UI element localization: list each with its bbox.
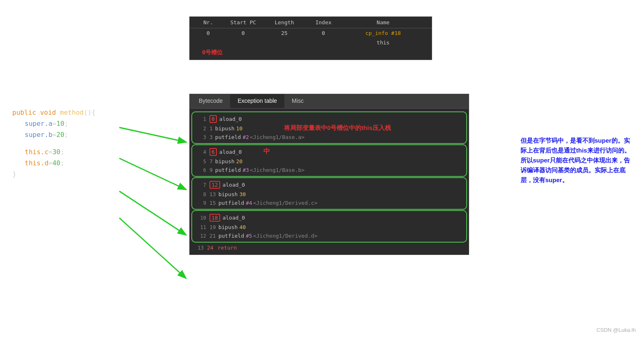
offset-24: 24 xyxy=(207,245,214,251)
col-length-header: Length xyxy=(264,19,305,25)
linenum-1: 1 xyxy=(196,116,206,122)
tab-misc[interactable]: Misc xyxy=(284,94,311,108)
offset-1: 1 xyxy=(209,125,213,132)
linenum-4: 4 xyxy=(196,149,206,155)
bc-line-3: 3 3 putfield #2 <Jicheng1/Base.a> xyxy=(192,133,466,141)
bc-line-9: 9 15 putfield #4 <Jicheng1/Derived.c> xyxy=(192,199,466,207)
method-name: method xyxy=(60,109,84,116)
this-c: this.c xyxy=(25,148,49,156)
tab-bytecode[interactable]: Bytecode xyxy=(191,94,230,108)
offset-0: 0 xyxy=(209,115,217,123)
col-nr-header: Nr. xyxy=(190,19,223,25)
red-box-0: 0 xyxy=(209,115,217,123)
arg-base-a: <Jicheng1/Base.a> xyxy=(250,134,305,140)
top-table-panel: Nr. Start PC Length Index Name 0 0 25 0 … xyxy=(189,16,432,60)
super-b: super.b xyxy=(25,131,52,139)
cp-info-link[interactable]: cp_info #18 xyxy=(365,30,401,36)
instr-bipush-3: bipush xyxy=(219,191,238,197)
red-box-12: 12 xyxy=(209,181,220,189)
bc-line-5: 5 7 bipush 20 xyxy=(192,157,466,166)
col-startpc-header: Start PC xyxy=(223,19,264,25)
bc-line-8: 8 13 bipush 30 xyxy=(192,190,466,199)
group-2: 4 6 aload_0 5 7 bipush 20 6 9 pu xyxy=(191,144,467,177)
group-4: 10 18 aload_0 11 19 bipush 40 12 21 xyxy=(191,210,467,243)
instr-aload0-4: aload_0 xyxy=(219,149,242,155)
instr-putfield-2: putfield xyxy=(215,167,241,173)
instr-aload0-10: aload_0 xyxy=(223,215,245,221)
arg-10: 10 xyxy=(236,125,243,132)
table-row: 0 0 25 0 cp_info #18 xyxy=(190,28,432,38)
arg-base-b: <Jicheng1/Base.b> xyxy=(250,167,305,173)
green-arrows-svg xyxy=(115,115,198,308)
offset-7: 7 xyxy=(209,158,213,164)
offset-3: 3 xyxy=(209,134,213,140)
code-line-1: public void method(){ xyxy=(12,107,95,118)
row-name: cp_info #18 xyxy=(342,30,424,36)
linenum-12: 12 xyxy=(196,233,206,239)
offset-6: 6 xyxy=(209,148,217,156)
arg-derived-d: <Jicheng1/Derived.d> xyxy=(253,233,318,239)
instr-aload0-7: aload_0 xyxy=(223,182,245,188)
linenum-7: 7 xyxy=(196,182,206,188)
bc-line-11: 11 19 bipush 40 xyxy=(192,223,466,232)
code-spacer xyxy=(12,141,95,146)
instr-putfield-3: putfield xyxy=(219,200,244,206)
row-startpc: 0 xyxy=(223,30,264,36)
group-3: 7 12 aload_0 8 13 bipush 30 9 15 xyxy=(191,177,467,210)
linenum-10: 10 xyxy=(196,215,206,221)
right-annotation: 但是在字节码中，是看不到super的。实际上在背后也是通过this来进行访问的。… xyxy=(521,136,636,185)
bc-line-7: 7 12 aload_0 xyxy=(192,180,466,190)
instr-bipush-1: bipush xyxy=(215,125,235,132)
linenum-5: 5 xyxy=(196,159,206,164)
red-box-6: 6 xyxy=(209,148,217,156)
watermark: CSDN @Luka.lh xyxy=(596,327,636,333)
super-a: super.a xyxy=(25,120,52,127)
arg-derived-c: <Jicheng1/Derived.c> xyxy=(253,200,318,206)
this-d: this.d xyxy=(25,159,49,167)
slot-label-text: 0号槽位 xyxy=(194,49,223,56)
arg-hash3: #3 xyxy=(242,167,249,173)
col-name-value: this xyxy=(342,39,424,46)
tab-bar: Bytecode Exception table Misc xyxy=(190,94,469,109)
code-line-2: super.a=10; xyxy=(25,118,95,129)
col-nr-empty xyxy=(190,39,223,46)
offset-9: 9 xyxy=(209,167,213,173)
code-line-5: this.d=40; xyxy=(25,157,95,169)
instr-bipush-4: bipush xyxy=(219,224,238,230)
arg-30: 30 xyxy=(239,191,246,197)
offset-18: 18 xyxy=(209,214,220,222)
instr-putfield-4: putfield xyxy=(219,233,244,239)
row-length: 25 xyxy=(264,30,305,36)
linenum-9: 9 xyxy=(196,200,206,206)
offset-19: 19 xyxy=(209,224,216,230)
offset-13: 13 xyxy=(209,191,216,197)
arg-20: 20 xyxy=(236,158,243,164)
keyword-public-void: public void xyxy=(12,109,60,116)
mid-annotation: 中 xyxy=(263,147,270,156)
linenum-6: 6 xyxy=(196,167,206,173)
left-code-panel: public void method(){ super.a=10; super.… xyxy=(12,107,95,180)
row-nr: 0 xyxy=(190,30,223,36)
bc-line-13: 13 24 return xyxy=(190,243,469,252)
svg-line-2 xyxy=(119,191,185,234)
linenum-2: 2 xyxy=(196,126,206,132)
linenum-3: 3 xyxy=(196,134,206,140)
linenum-13: 13 xyxy=(194,245,204,251)
arg-40: 40 xyxy=(239,224,246,230)
method-brace-open: (){ xyxy=(84,109,95,116)
arg-hash5: #5 xyxy=(246,233,252,239)
code-line-3: super.b=20; xyxy=(25,129,95,140)
bc-line-1: 1 0 aload_0 xyxy=(192,114,466,124)
slot-label-row: this xyxy=(190,38,432,47)
col-startpc-empty xyxy=(223,39,264,46)
offset-12: 12 xyxy=(209,181,220,189)
arg-hash4: #4 xyxy=(246,200,252,206)
col-length-empty xyxy=(264,39,305,46)
code-line-6: } xyxy=(12,169,95,180)
bc-line-10: 10 18 aload_0 xyxy=(192,213,466,223)
instr-bipush-2: bipush xyxy=(215,158,235,164)
tab-exception-table[interactable]: Exception table xyxy=(230,94,284,108)
linenum-8: 8 xyxy=(196,192,206,197)
offset-21: 21 xyxy=(209,233,216,239)
col-index-header: Index xyxy=(305,19,342,25)
